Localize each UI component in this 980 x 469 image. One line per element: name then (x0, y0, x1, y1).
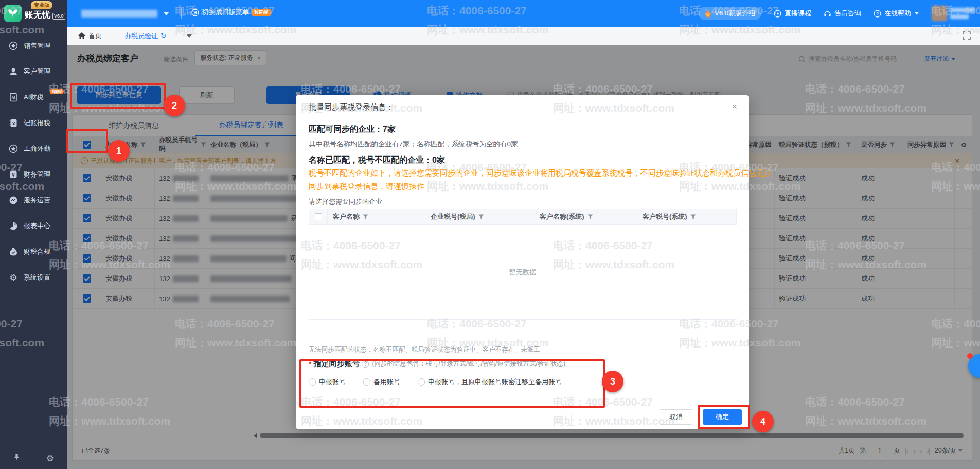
after-sales-label: 售后咨询 (834, 9, 861, 18)
unsyncable-note: 无法同步匹配的状态：名称不匹配、税局验证状态为验证中、客户不存在、未派工 (309, 345, 540, 354)
filter-funnel-icon[interactable] (478, 214, 484, 220)
new-badge: NEW (50, 89, 64, 94)
sidebar-item-label: 销售管理 (24, 41, 50, 50)
cancel-button[interactable]: 取消 (660, 409, 692, 425)
annotation-box-account-section (299, 359, 605, 408)
sidebar-item-service-ops[interactable]: 服务运营 (0, 187, 67, 213)
sidebar-item-label: 服务运营 (24, 196, 50, 205)
notification-dot (967, 353, 973, 359)
select-company-hint: 请选择您需要同步的企业 (309, 197, 382, 206)
logo-zone: 账无忧 V6.0 专业版 (0, 0, 67, 27)
svg-text:?: ? (876, 11, 879, 16)
play-circle-icon (774, 10, 781, 18)
sidebar-item-label: 记账报税 (24, 118, 50, 128)
switch-old-menu-button[interactable]: 切换成旧版菜单 NEW (191, 8, 271, 17)
live-course-button[interactable]: 直播课程 (774, 9, 811, 18)
new-badge: NEW (252, 9, 271, 16)
tab-home[interactable]: 首页 (78, 31, 102, 41)
col-customer-name-system: 客户名称(系统) (540, 212, 584, 221)
username-blurred (950, 8, 975, 19)
sidebar-settings-gear-icon[interactable]: ⚙ (46, 453, 54, 464)
customers-icon (8, 66, 19, 77)
compliance-icon (8, 247, 19, 257)
annotation-box-select-all (66, 129, 108, 153)
settings-gear-icon: ⚙ (8, 272, 19, 283)
svg-text:¥: ¥ (12, 121, 15, 126)
sidebar-item-label: 财务管理 (24, 170, 50, 179)
home-icon (78, 32, 85, 39)
switch-old-menu-label: 切换成旧版菜单 (202, 8, 249, 17)
filter-funnel-icon[interactable] (690, 214, 696, 220)
company-selector-blurred[interactable] (81, 10, 157, 18)
question-circle-icon: ? (874, 10, 881, 18)
svg-text:AI: AI (12, 96, 15, 99)
after-sales-button[interactable]: 售后咨询 (824, 9, 861, 18)
tab-taxer-verify[interactable]: 办税员验证 ↻ (124, 31, 166, 41)
col-customer-taxno-system: 客户税号(系统) (643, 212, 687, 221)
brand-name: 账无忧 (25, 10, 51, 21)
sidebar-item-label: AI财税 (24, 93, 43, 102)
v6-intro-button[interactable]: V6.0新版介绍 (699, 7, 761, 20)
sidebar-item-reports[interactable]: 报表中心 (0, 213, 67, 239)
sidebar-item-business-field[interactable]: 工商外勤 (0, 136, 67, 162)
svg-text:¥: ¥ (12, 172, 14, 178)
business-field-icon (8, 144, 19, 154)
modal-divider (296, 118, 749, 118)
matched-companies-sub: 其中税号名称均匹配的企业有7家；名称匹配，系统税号为空的有0家 (309, 140, 518, 149)
filter-funnel-icon[interactable] (363, 214, 368, 220)
tab-home-label: 首页 (88, 31, 102, 41)
matched-companies-title: 匹配可同步的企业：7家 (309, 124, 396, 135)
service-ops-icon (8, 195, 19, 205)
annotation-box-confirm (698, 405, 750, 429)
sidebar-item-label: 报表中心 (24, 221, 50, 231)
sidebar-item-sales[interactable]: 销售管理 (0, 33, 67, 59)
sidebar-item-customers[interactable]: 客户管理 (0, 59, 67, 84)
sidebar: 销售管理 客户管理 AI AI财税 NEW ¥ 记账报税 工商外勤 ¥ 财务管理 (0, 27, 67, 469)
switch-icon (191, 9, 199, 16)
ai-tax-icon: AI (8, 92, 19, 102)
sidebar-item-bookkeeping[interactable]: ¥ 记账报税 (0, 110, 67, 136)
reports-icon (8, 221, 19, 231)
empty-data-text: 暂无数据 (309, 225, 737, 320)
brand-version: V6.0 (52, 13, 65, 20)
app-root: 账无忧 V6.0 专业版 切换成旧版菜单 NEW V6.0新版介绍 直播课程 售… (0, 0, 980, 469)
sidebar-item-label: 财税合规 (24, 247, 50, 256)
workspace-tab-bar: 首页 办税员验证 ↻ (67, 27, 980, 45)
sidebar-bottom-tools: ⚙ (0, 453, 67, 464)
sidebar-item-compliance[interactable]: 财税合规 (0, 239, 67, 265)
sales-icon (8, 41, 19, 51)
filter-funnel-icon[interactable] (587, 214, 593, 220)
pin-icon[interactable] (13, 453, 21, 461)
sidebar-menu: 销售管理 客户管理 AI AI财税 NEW ¥ 记账报税 工商外勤 ¥ 财务管理 (0, 27, 67, 290)
annotation-step-1: 1 (108, 140, 130, 162)
online-help-label: 在线帮助 (884, 9, 911, 18)
col-company-taxno-bureau: 企业税号(税局) (431, 212, 475, 221)
sidebar-item-label: 客户管理 (24, 67, 50, 76)
modal-select-all-checkbox[interactable] (315, 213, 322, 220)
sidebar-item-finance[interactable]: ¥ 财务管理 (0, 162, 67, 187)
tab-taxer-verify-label: 办税员验证 (124, 31, 158, 41)
topbar-right-group: V6.0新版介绍 直播课程 售后咨询 ? 在线帮助 (699, 0, 975, 27)
online-help-button[interactable]: ? 在线帮助 (874, 9, 919, 18)
name-matched-title: 名称已匹配，税号不匹配的企业：0家 (309, 155, 445, 166)
annotation-step-2: 2 (164, 95, 185, 116)
live-course-label: 直播课程 (785, 9, 811, 18)
sidebar-item-settings[interactable]: ⚙ 系统设置 (0, 265, 67, 290)
sidebar-item-label: 工商外勤 (24, 144, 50, 153)
user-profile[interactable] (932, 6, 975, 21)
warning-line-1: 税号不匹配的企业如下，请选择您需要同步的企业，同步意味该企业将用税局税号覆盖系统… (309, 168, 772, 178)
sidebar-item-ai-tax[interactable]: AI AI财税 NEW (0, 84, 67, 110)
refresh-icon[interactable]: ↻ (161, 32, 166, 40)
col-customer-name: 客户名称 (333, 212, 360, 221)
chevron-down-icon[interactable] (164, 12, 169, 15)
warning-line-2: 同步到票税登录信息，请谨慎操作 (309, 182, 424, 192)
avatar (932, 6, 947, 21)
modal-title: 批量同步票税登录信息： (309, 102, 394, 112)
finance-icon: ¥ (8, 169, 19, 180)
tab-list-dropdown-icon[interactable] (187, 34, 192, 38)
annotation-box-sync-button (70, 83, 166, 109)
fullscreen-icon[interactable] (963, 31, 971, 40)
v6-intro-label: V6.0新版介绍 (715, 9, 755, 18)
close-icon[interactable]: × (732, 101, 737, 112)
brand-edition-badge: 专业版 (31, 1, 52, 9)
